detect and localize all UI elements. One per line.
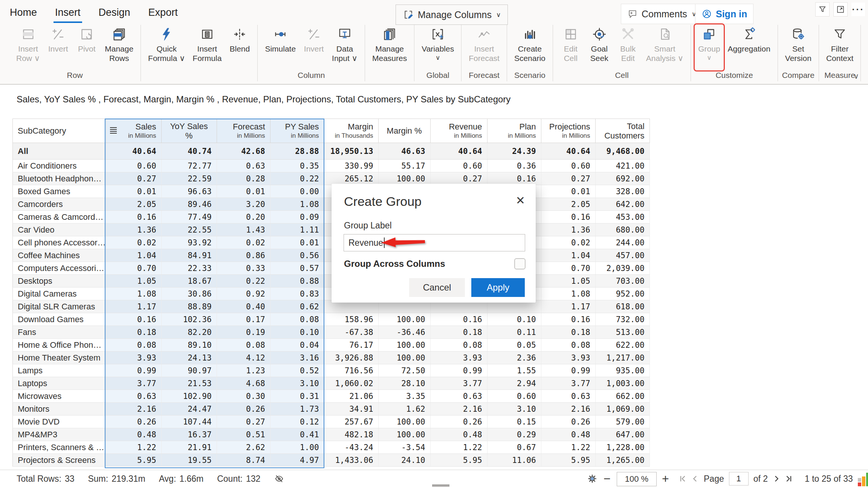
value-cell[interactable]: 1,265.00 <box>595 454 649 467</box>
row-name-cell[interactable]: Car Video <box>13 224 106 236</box>
value-cell[interactable]: 0.30 <box>217 390 270 403</box>
last-page-icon[interactable] <box>785 475 793 482</box>
value-cell[interactable]: 30.86 <box>161 288 217 300</box>
value-cell[interactable]: 453.00 <box>595 211 649 224</box>
focus-mode-icon[interactable] <box>833 2 848 17</box>
tab-insert[interactable]: Insert <box>54 5 81 23</box>
row-name-cell[interactable]: Fans <box>13 326 106 339</box>
value-cell[interactable]: 0.05 <box>487 339 541 352</box>
value-cell[interactable]: 46.63 <box>378 143 430 160</box>
value-cell[interactable]: 1.04 <box>106 249 161 262</box>
ribbon-button-data-input[interactable]: DataInput ∨ <box>328 24 361 71</box>
more-options-icon[interactable]: ··· <box>851 3 865 16</box>
ribbon-button-blend[interactable]: Blend <box>225 24 254 71</box>
sign-in-button[interactable]: Sign in <box>695 4 753 24</box>
group-across-columns-checkbox[interactable] <box>514 258 526 269</box>
value-cell[interactable]: 244.00 <box>595 236 649 249</box>
value-cell[interactable]: 1,069.00 <box>595 403 649 415</box>
value-cell[interactable]: 4.68 <box>217 377 270 390</box>
value-cell[interactable]: 0.08 <box>541 339 595 352</box>
row-name-cell[interactable]: All <box>13 143 106 160</box>
value-cell[interactable]: 0.19 <box>217 326 270 339</box>
value-cell[interactable]: 0.16 <box>106 313 161 326</box>
value-cell[interactable]: 2.94 <box>487 377 541 390</box>
value-cell[interactable]: 3.35 <box>378 390 430 403</box>
row-name-cell[interactable]: Desktops <box>13 275 106 288</box>
value-cell[interactable]: 1,003.00 <box>595 377 649 390</box>
value-cell[interactable]: 0.04 <box>270 339 324 352</box>
value-cell[interactable]: 16.37 <box>161 428 217 441</box>
row-name-cell[interactable]: Digital SLR Cameras <box>13 300 106 313</box>
row-name-cell[interactable]: Camcorders <box>13 198 106 211</box>
ribbon-button-variables[interactable]: Variables∨ <box>418 24 458 71</box>
value-cell[interactable]: 1,060.02 <box>324 377 378 390</box>
value-cell[interactable]: -67.38 <box>324 326 378 339</box>
column-header-revenue[interactable]: Revenuein Millions <box>430 119 487 143</box>
value-cell[interactable]: 3.20 <box>217 198 270 211</box>
value-cell[interactable]: 18,950.13 <box>324 143 378 160</box>
row-name-cell[interactable]: Printers, Scanners & … <box>13 441 106 454</box>
row-name-cell[interactable]: Home & Office Phon… <box>13 339 106 352</box>
value-cell[interactable]: 0.17 <box>217 313 270 326</box>
value-cell[interactable]: 0.27 <box>217 415 270 428</box>
value-cell[interactable]: 100.00 <box>378 172 430 185</box>
value-cell[interactable]: 0.99 <box>541 364 595 377</box>
horizontal-scrollbar-handle[interactable] <box>432 484 449 487</box>
row-name-cell[interactable]: Microwaves <box>13 390 106 403</box>
value-cell[interactable]: 24.39 <box>487 143 541 160</box>
value-cell[interactable]: 34.91 <box>324 403 378 415</box>
ribbon-button-quick-formula[interactable]: QuickFormula ∨ <box>144 24 189 71</box>
zoom-in-button[interactable]: + <box>662 470 669 487</box>
column-header-total-customers[interactable]: Total Customers <box>595 119 649 143</box>
value-cell[interactable]: 0.02 <box>217 236 270 249</box>
value-cell[interactable]: 0.16 <box>541 313 595 326</box>
value-cell[interactable]: 1.08 <box>106 288 161 300</box>
ribbon-button-group[interactable]: Group∨ <box>694 24 724 71</box>
value-cell[interactable]: 8.74 <box>217 454 270 467</box>
value-cell[interactable]: 328.00 <box>595 185 649 198</box>
value-cell[interactable]: 513.00 <box>595 326 649 339</box>
value-cell[interactable]: 0.26 <box>541 415 595 428</box>
value-cell[interactable]: 88.89 <box>161 300 217 313</box>
value-cell[interactable]: 4.97 <box>270 454 324 467</box>
value-cell[interactable]: 0.60 <box>487 390 541 403</box>
value-cell[interactable]: 0.15 <box>487 415 541 428</box>
value-cell[interactable]: 102.36 <box>161 313 217 326</box>
comments-button[interactable]: Comments ∨ <box>621 4 703 24</box>
row-name-cell[interactable]: Monitors <box>13 403 106 415</box>
value-cell[interactable]: 0.02 <box>106 236 161 249</box>
column-header-plan[interactable]: Planin Millions <box>487 119 541 143</box>
value-cell[interactable]: 0.20 <box>217 211 270 224</box>
value-cell[interactable]: 1,433.06 <box>324 454 378 467</box>
value-cell[interactable]: 716.56 <box>324 364 378 377</box>
value-cell[interactable]: 84.91 <box>161 249 217 262</box>
value-cell[interactable]: 1.04 <box>541 249 595 262</box>
first-page-icon[interactable] <box>679 475 686 482</box>
value-cell[interactable]: 1.43 <box>217 224 270 236</box>
value-cell[interactable]: 935.00 <box>595 364 649 377</box>
value-cell[interactable]: 0.27 <box>541 172 595 185</box>
ribbon-collapse-chevron-icon[interactable]: ∨ <box>853 72 859 81</box>
cancel-button[interactable]: Cancel <box>409 278 465 297</box>
value-cell[interactable]: 647.00 <box>595 428 649 441</box>
column-header-forecast[interactable]: Forecastin Millions <box>217 119 270 143</box>
column-header-margin-[interactable]: Margin % <box>378 119 430 143</box>
ribbon-button-set-version[interactable]: SetVersion <box>781 24 815 71</box>
value-cell[interactable]: 1.08 <box>270 198 324 211</box>
tab-export[interactable]: Export <box>148 5 179 23</box>
value-cell[interactable]: 0.26 <box>106 415 161 428</box>
value-cell[interactable]: 40.64 <box>106 143 161 160</box>
value-cell[interactable]: 1.17 <box>541 300 595 313</box>
value-cell[interactable]: 2.05 <box>106 198 161 211</box>
value-cell[interactable]: 0.60 <box>106 160 161 172</box>
row-name-cell[interactable]: Projectors & Screens <box>13 454 106 467</box>
value-cell[interactable]: 622.00 <box>595 339 649 352</box>
value-cell[interactable]: 0.29 <box>487 428 541 441</box>
value-cell[interactable]: 0.35 <box>270 160 324 172</box>
value-cell[interactable]: 100.00 <box>378 415 430 428</box>
value-cell[interactable]: 457.00 <box>595 249 649 262</box>
value-cell[interactable]: 0.28 <box>217 172 270 185</box>
value-cell[interactable]: 1.22 <box>430 441 487 454</box>
value-cell[interactable]: 1.73 <box>270 403 324 415</box>
value-cell[interactable]: 0.33 <box>217 262 270 275</box>
